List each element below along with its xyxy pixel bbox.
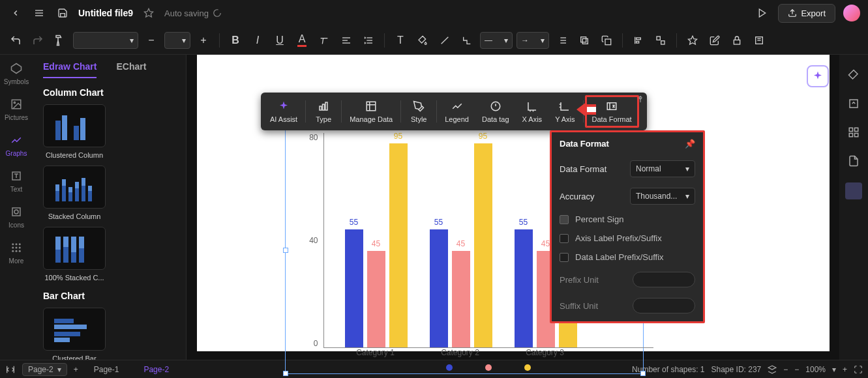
more-tools-button[interactable] [750, 31, 768, 50]
y-axis: 80 40 0 [301, 133, 321, 348]
layer-button[interactable] [575, 31, 593, 50]
zoom-in-button[interactable]: + [843, 365, 847, 374]
text-tool-button[interactable]: T [391, 31, 410, 50]
font-decrease-button[interactable]: − [142, 31, 160, 50]
df-prefix-input[interactable] [633, 272, 695, 287]
df-data-check[interactable]: Data Label Prefix/Suffix [552, 248, 703, 267]
ctx-data-tag[interactable]: Data tag [475, 96, 516, 127]
layers-icon[interactable] [768, 365, 777, 374]
font-color-button[interactable]: A [293, 31, 311, 50]
ctx-ai-assist[interactable]: AI Assist [263, 96, 304, 127]
bold-button[interactable]: B [226, 31, 245, 50]
export-icon[interactable] [846, 96, 861, 111]
line-button[interactable] [436, 31, 454, 50]
ctx-type[interactable]: Type [307, 96, 340, 127]
underline-button[interactable]: U [271, 31, 289, 50]
zoom-out-button[interactable]: − [794, 365, 799, 374]
redo-button[interactable] [29, 31, 47, 50]
grid-icon[interactable] [846, 125, 861, 139]
ctx-x-axis[interactable]: X Axis [516, 96, 549, 127]
rail-pictures[interactable]: Pictures [0, 97, 33, 121]
user-avatar[interactable] [843, 5, 860, 22]
svg-rect-72 [54, 319, 74, 323]
document-icon[interactable] [846, 154, 861, 168]
rail-graphs[interactable]: Graphs [0, 133, 33, 157]
paint-bucket-icon[interactable] [846, 68, 861, 82]
ctx-legend[interactable]: Legend [438, 96, 475, 127]
svg-marker-3 [144, 8, 153, 17]
chart-100-stacked-column[interactable]: 100% Stacked C... [42, 227, 107, 282]
svg-point-45 [12, 250, 14, 252]
svg-point-43 [16, 247, 18, 249]
font-increase-button[interactable]: + [194, 31, 213, 50]
italic-button[interactable]: I [248, 31, 267, 50]
ai-assist-fab[interactable] [807, 65, 829, 87]
connector-button[interactable] [458, 31, 476, 50]
edit-button[interactable] [706, 31, 724, 50]
ctx-pin-icon[interactable] [636, 95, 644, 103]
align-h-button[interactable] [337, 31, 355, 50]
list-button[interactable] [553, 31, 571, 50]
section-bar-chart: Bar Chart [33, 282, 186, 308]
export-button[interactable]: Export [778, 4, 835, 23]
svg-rect-67 [63, 247, 68, 263]
panel-icon[interactable] [845, 182, 862, 199]
ctx-style[interactable]: Style [402, 96, 435, 127]
rail-text[interactable]: Text [0, 169, 33, 193]
line-spacing-button[interactable] [359, 31, 378, 50]
star-icon[interactable] [141, 5, 157, 21]
chart-stacked-column[interactable]: Stacked Column [42, 166, 107, 220]
group-button[interactable] [651, 31, 670, 50]
fullscreen-button[interactable] [854, 365, 863, 374]
chart-clustered-bar[interactable]: Clustered Bar [42, 308, 107, 360]
play-button[interactable] [755, 5, 770, 21]
rail-symbols[interactable]: Symbols [0, 61, 33, 85]
rail-icons[interactable]: Icons [0, 205, 33, 229]
menu-button[interactable] [31, 5, 47, 21]
side-panel: Edraw Chart EChart Column Chart Clustere… [33, 55, 187, 360]
svg-rect-59 [75, 182, 79, 188]
tab-echart[interactable]: EChart [116, 61, 146, 78]
font-select[interactable]: ▾ [73, 32, 138, 49]
df-prefix-label: Prefix Unit [560, 275, 599, 285]
font-size-select[interactable]: ▾ [164, 32, 190, 49]
save-icon[interactable] [55, 5, 70, 21]
undo-button[interactable] [7, 31, 25, 50]
effects-button[interactable] [683, 31, 702, 50]
svg-rect-96 [325, 102, 327, 110]
left-rail: Symbols Pictures Graphs Text Icons More [0, 55, 33, 360]
arrow-style-select[interactable]: →▾ [516, 32, 549, 49]
df-percent-check[interactable]: Percent Sign [552, 210, 703, 229]
tab-edraw-chart[interactable]: Edraw Chart [43, 61, 97, 78]
page-tab-1[interactable]: Page-1 [85, 365, 128, 374]
page-select[interactable]: Page-2▾ [22, 363, 67, 376]
align-objects-button[interactable] [629, 31, 648, 50]
format-painter-button[interactable] [51, 31, 69, 50]
df-suffix-input[interactable] [633, 298, 695, 313]
fill-button[interactable] [413, 31, 432, 50]
rail-more[interactable]: More [0, 240, 33, 265]
svg-rect-94 [320, 106, 322, 110]
df-accuracy-select[interactable]: Thousand...▾ [630, 188, 695, 205]
ctx-manage-data[interactable]: Manage Data [343, 96, 399, 127]
clear-format-button[interactable] [315, 31, 333, 50]
lock-button[interactable] [728, 31, 746, 50]
line-style-select[interactable]: —▾ [480, 32, 513, 49]
df-format-select[interactable]: Normal▾ [630, 160, 695, 177]
chart-legend [323, 361, 653, 374]
add-page-button[interactable]: + [74, 365, 78, 374]
svg-rect-74 [54, 332, 80, 336]
df-title: Data Format [560, 139, 609, 149]
svg-line-14 [441, 36, 449, 44]
back-button[interactable] [8, 5, 23, 21]
chart-clustered-column[interactable]: Clustered Column [42, 104, 107, 159]
svg-point-40 [16, 243, 18, 245]
copy-button[interactable] [597, 31, 616, 50]
svg-point-33 [14, 102, 15, 103]
svg-rect-63 [88, 186, 92, 191]
page-width-icon[interactable] [5, 364, 16, 375]
df-axis-check[interactable]: Axis Label Prefix/Suffix [552, 229, 703, 248]
page-tab-2[interactable]: Page-2 [134, 365, 178, 374]
svg-rect-95 [323, 104, 325, 110]
pin-icon[interactable]: 📌 [685, 139, 695, 149]
